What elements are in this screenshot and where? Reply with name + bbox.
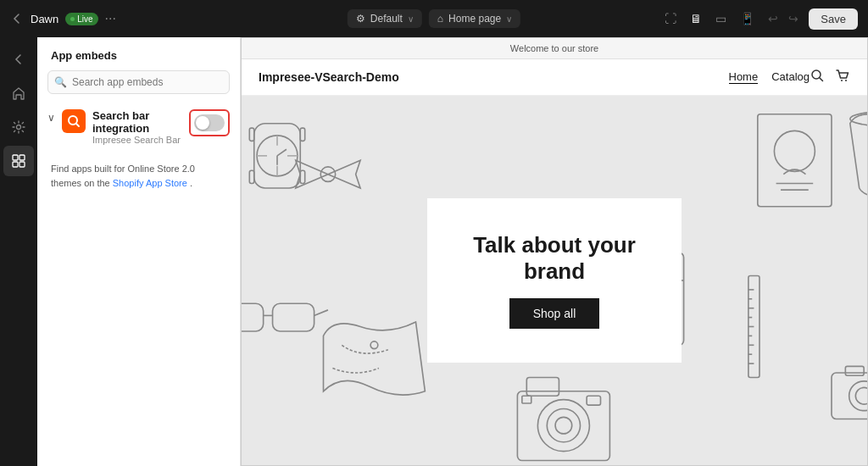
page-chevron-icon: ∨ <box>506 14 512 24</box>
nav-catalog[interactable]: Catalog <box>771 70 810 84</box>
svg-rect-25 <box>273 303 314 331</box>
svg-line-28 <box>314 310 328 316</box>
nav-search-icon[interactable] <box>810 68 825 86</box>
url-default: Default <box>370 13 403 25</box>
svg-rect-70 <box>526 377 559 396</box>
top-bar: Dawn Live ··· ⚙ Default ∨ ⌂ Home page ∨ … <box>0 0 868 37</box>
viewport-mobile-button[interactable]: 📱 <box>737 8 758 29</box>
nav-home[interactable]: Home <box>729 70 759 84</box>
undo-redo-group: ↩ ↪ <box>765 8 802 29</box>
svg-point-76 <box>370 341 378 349</box>
live-badge: Live <box>65 13 97 25</box>
svg-point-72 <box>547 409 580 442</box>
nav-cart-icon[interactable] <box>835 68 850 86</box>
app-icon <box>62 109 86 133</box>
svg-point-53 <box>855 387 867 404</box>
more-button[interactable]: ··· <box>105 11 116 26</box>
store-nav-icons <box>810 68 850 86</box>
toggle-knob <box>196 116 209 130</box>
shop-all-button[interactable]: Shop all <box>509 298 600 329</box>
svg-point-52 <box>849 381 867 411</box>
expand-icon[interactable]: ∨ <box>47 112 55 124</box>
svg-point-71 <box>537 400 589 452</box>
main-layout: App embeds 🔍 ∨ Search bar integration Im… <box>0 37 868 466</box>
app-sub: Impresee Search Bar <box>92 135 182 145</box>
svg-marker-22 <box>328 160 360 188</box>
preview-area: Welcome to our store Impresee-VSearch-De… <box>241 37 868 466</box>
svg-rect-18 <box>300 128 304 141</box>
home-page-label: Home page <box>448 13 501 25</box>
redo-button[interactable]: ↪ <box>785 8 802 29</box>
store-preview: Welcome to our store Impresee-VSearch-De… <box>241 37 868 466</box>
sidebar-home-button[interactable] <box>3 78 34 108</box>
sidebar-icons <box>0 37 37 466</box>
svg-rect-3 <box>13 162 18 167</box>
svg-point-0 <box>17 125 21 130</box>
store-top-bar: Welcome to our store <box>242 38 867 59</box>
app-item-search-bar: ∨ Search bar integration Impresee Search… <box>37 103 240 152</box>
sidebar-back-button[interactable] <box>3 44 34 75</box>
svg-rect-24 <box>242 303 264 331</box>
undo-button[interactable]: ↩ <box>765 8 782 29</box>
shopify-app-store-link[interactable]: Shopify App Store <box>113 178 187 188</box>
svg-rect-2 <box>19 155 25 160</box>
search-bar: 🔍 <box>47 70 230 94</box>
store-name: Dawn <box>31 13 58 25</box>
sidebar-settings-button[interactable] <box>3 112 34 142</box>
hero-card: Talk about your brand Shop all <box>427 198 682 363</box>
svg-rect-20 <box>300 170 304 183</box>
store-logo: Impresee-VSearch-Demo <box>259 70 729 84</box>
svg-rect-1 <box>13 155 18 160</box>
url-bar[interactable]: ⚙ Default ∨ <box>348 9 422 28</box>
url-chevron-icon: ∨ <box>408 14 414 24</box>
svg-rect-19 <box>249 170 253 183</box>
svg-rect-42 <box>758 114 832 207</box>
app-info: Search bar integration Impresee Search B… <box>92 109 182 145</box>
svg-rect-4 <box>19 162 25 167</box>
hero-section: Talk about your brand Shop all <box>242 96 867 465</box>
viewport-tablet-button[interactable]: ▭ <box>712 8 730 29</box>
top-bar-center: ⚙ Default ∨ ⌂ Home page ∨ <box>348 9 520 28</box>
store-top-bar-text: Welcome to our store <box>510 43 598 53</box>
svg-point-43 <box>774 130 815 171</box>
svg-point-7 <box>841 80 843 81</box>
app-embeds-panel: App embeds 🔍 ∨ Search bar integration Im… <box>37 37 241 466</box>
search-icon: 🔍 <box>54 76 67 88</box>
store-nav-links: Home Catalog <box>729 70 810 84</box>
app-name: Search bar integration <box>92 109 182 135</box>
store-nav: Impresee-VSearch-Demo Home Catalog <box>242 59 867 96</box>
live-dot <box>70 17 75 21</box>
svg-rect-51 <box>845 366 864 375</box>
settings-icon: ⚙ <box>356 13 365 25</box>
back-button[interactable] <box>10 12 24 25</box>
search-input[interactable] <box>47 70 230 94</box>
svg-rect-75 <box>522 396 531 403</box>
page-url-bar[interactable]: ⌂ Home page ∨ <box>429 9 520 28</box>
save-button[interactable]: Save <box>809 8 858 30</box>
viewport-expand-button[interactable]: ⛶ <box>661 8 680 29</box>
footer-period: . <box>190 178 192 188</box>
panel-footer: Find apps built for Online Store 2.0 the… <box>37 152 240 200</box>
panel-title: App embeds <box>37 37 240 70</box>
svg-line-15 <box>277 149 287 156</box>
top-bar-right: ⛶ 🖥 ▭ 📱 ↩ ↪ Save <box>661 8 858 30</box>
svg-rect-17 <box>249 128 253 141</box>
hero-title: Talk about your brand <box>470 232 639 285</box>
toggle-container <box>189 109 230 136</box>
top-bar-left: Dawn Live ··· <box>10 11 654 26</box>
live-label: Live <box>77 14 92 24</box>
toggle-switch[interactable] <box>194 114 225 131</box>
viewport-desktop-button[interactable]: 🖥 <box>687 8 705 29</box>
home-icon: ⌂ <box>437 13 443 25</box>
sidebar-apps-button[interactable] <box>3 146 34 176</box>
svg-rect-74 <box>587 396 600 405</box>
svg-point-73 <box>555 417 572 434</box>
svg-point-8 <box>845 80 847 81</box>
